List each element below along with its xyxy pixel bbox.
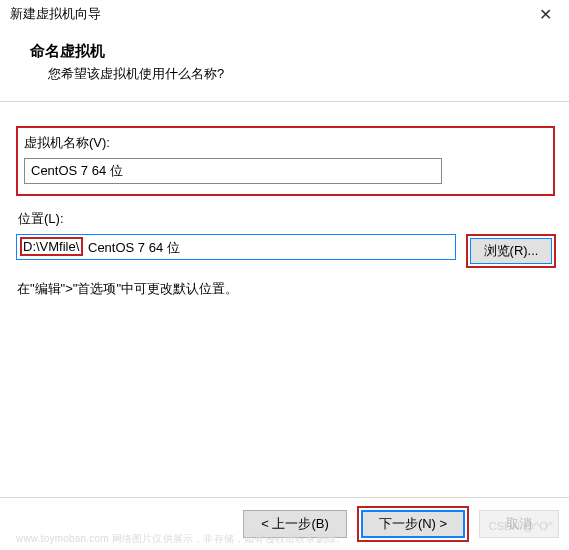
- wizard-header: 命名虚拟机 您希望该虚拟机使用什么名称?: [0, 28, 569, 101]
- next-button[interactable]: 下一步(N) >: [361, 510, 465, 538]
- location-hint: 在"编辑">"首选项"中可更改默认位置。: [16, 280, 555, 298]
- vm-name-label: 虚拟机名称(V):: [24, 134, 547, 152]
- close-icon: ✕: [539, 5, 552, 24]
- watermark-left: www.toymoban.com 网络图片仅供展示，非存储，如有侵权请联系删除。: [16, 532, 346, 546]
- location-input[interactable]: [16, 234, 456, 260]
- vm-name-input[interactable]: [24, 158, 442, 184]
- location-input-wrapper: D:\VMfile\ CentOS 7 64 位: [16, 234, 456, 268]
- browse-button[interactable]: 浏览(R)...: [470, 238, 552, 264]
- next-highlight: 下一步(N) >: [357, 506, 469, 542]
- location-label: 位置(L):: [16, 210, 555, 228]
- title-bar: 新建虚拟机向导 ✕: [0, 0, 569, 28]
- page-heading: 命名虚拟机: [30, 42, 569, 61]
- close-button[interactable]: ✕: [529, 4, 561, 24]
- browse-highlight: 浏览(R)...: [466, 234, 556, 268]
- wizard-body: 虚拟机名称(V): 位置(L): D:\VMfile\ CentOS 7 64 …: [0, 102, 569, 298]
- vm-name-group: 虚拟机名称(V):: [16, 126, 555, 196]
- page-subtitle: 您希望该虚拟机使用什么名称?: [30, 65, 569, 83]
- window-title: 新建虚拟机向导: [10, 6, 101, 23]
- watermark-right: CSDN @^O^: [489, 520, 553, 532]
- location-row: D:\VMfile\ CentOS 7 64 位 浏览(R)...: [16, 234, 555, 268]
